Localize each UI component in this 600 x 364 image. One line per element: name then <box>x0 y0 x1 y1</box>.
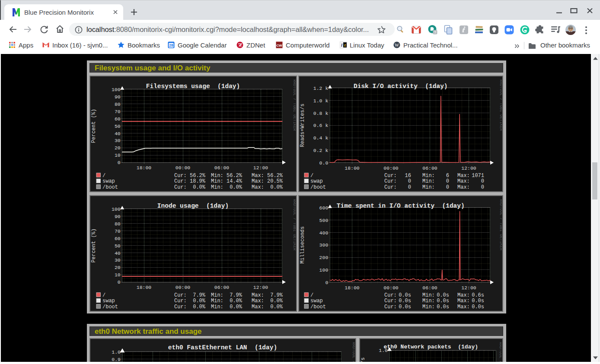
svg-text:0: 0 <box>446 184 449 190</box>
svg-text:/: / <box>310 292 313 298</box>
svg-text:56.2%: 56.2% <box>267 172 283 178</box>
svg-text:Max:: Max: <box>457 172 470 178</box>
svg-text:12:00: 12:00 <box>253 165 268 171</box>
svg-text:RRDTOOL / TOBI OETIKER: RRDTOOL / TOBI OETIKER <box>498 342 501 364</box>
svg-text:Cur:: Cur: <box>174 172 187 178</box>
svg-text:300: 300 <box>319 242 328 248</box>
svg-text:swap: swap <box>102 178 115 184</box>
svg-text:Max:: Max: <box>457 184 470 190</box>
svg-text:0: 0 <box>481 178 484 184</box>
svg-text:0.8 k: 0.8 k <box>313 110 328 116</box>
svg-text:0: 0 <box>481 184 484 190</box>
svg-text:Filesystems usage (1day): Filesystems usage (1day) <box>146 83 240 90</box>
svg-text:/boot: /boot <box>310 184 326 190</box>
svg-text:Min:: Min: <box>211 292 223 298</box>
svg-text:1.0: 1.0 <box>112 349 121 355</box>
svg-text:/: / <box>102 172 105 178</box>
svg-text:Milliseconds: Milliseconds <box>300 226 306 263</box>
svg-text:Max:: Max: <box>252 304 264 310</box>
svg-text:Min:: Min: <box>211 298 223 304</box>
svg-text:Cur:: Cur: <box>384 298 397 304</box>
svg-text:70: 70 <box>114 228 120 234</box>
svg-text:0.0: 0.0 <box>319 160 328 165</box>
svg-text:80: 80 <box>114 221 120 226</box>
svg-text:Cur:: Cur: <box>384 304 397 310</box>
svg-text:12:00: 12:00 <box>253 285 268 290</box>
svg-text:06:00: 06:00 <box>214 165 229 171</box>
svg-text:0.6 k: 0.6 k <box>313 123 328 128</box>
svg-text:Cur:: Cur: <box>384 292 397 298</box>
svg-text:/boot: /boot <box>102 184 118 190</box>
svg-text:60: 60 <box>114 116 120 121</box>
svg-text:12:00: 12:00 <box>461 285 476 290</box>
svg-text:0.2 k: 0.2 k <box>313 148 328 153</box>
svg-text:10: 10 <box>114 272 120 278</box>
svg-text:Min:: Min: <box>422 178 435 184</box>
svg-text:1.2 k: 1.2 k <box>313 85 328 91</box>
svg-text:18:00: 18:00 <box>345 285 360 290</box>
svg-text:80: 80 <box>114 101 120 107</box>
svg-text:0.0%: 0.0% <box>230 298 243 304</box>
svg-text:1071: 1071 <box>472 172 484 178</box>
svg-text:0: 0 <box>117 160 120 165</box>
svg-text:swap: swap <box>102 298 115 304</box>
svg-text:Min:: Min: <box>422 292 435 298</box>
svg-text:eth0 Network packets (1day): eth0 Network packets (1day) <box>383 344 478 350</box>
svg-text:Cur:: Cur: <box>174 184 187 190</box>
svg-text:Min:: Min: <box>422 172 435 178</box>
svg-text:14.4%: 14.4% <box>226 178 242 184</box>
svg-text:56.2%: 56.2% <box>226 172 242 178</box>
svg-text:18:00: 18:00 <box>136 285 151 290</box>
svg-text:Min:: Min: <box>422 298 435 304</box>
svg-text:Max:: Max: <box>457 304 470 310</box>
svg-text:0.0s: 0.0s <box>399 298 411 304</box>
svg-text:600: 600 <box>319 205 328 210</box>
svg-text:?: ? <box>434 30 436 35</box>
svg-text:Min:: Min: <box>422 184 435 190</box>
svg-text:Max:: Max: <box>252 184 264 190</box>
svg-text:0.0%: 0.0% <box>270 304 283 310</box>
svg-text:Max:: Max: <box>457 292 470 298</box>
svg-text:RRDTOOL / TOBI OETIKER: RRDTOOL / TOBI OETIKER <box>292 79 296 131</box>
svg-text:Time spent in I/O activity (1: Time spent in I/O activity (1day) <box>336 203 464 209</box>
svg-text:0.6s: 0.6s <box>472 292 484 298</box>
svg-text:100: 100 <box>319 267 328 273</box>
svg-text:Cur:: Cur: <box>384 184 397 190</box>
svg-text:50: 50 <box>114 243 120 248</box>
svg-text:20: 20 <box>114 265 120 270</box>
svg-text:Cur:: Cur: <box>174 178 187 184</box>
svg-text:Max:: Max: <box>457 178 470 184</box>
svg-text:100: 100 <box>111 86 120 92</box>
svg-text:30: 30 <box>114 257 120 263</box>
svg-text:0.0s: 0.0s <box>437 304 449 310</box>
svg-text:Min:: Min: <box>211 184 223 190</box>
svg-text:/: / <box>102 292 105 298</box>
svg-text:0: 0 <box>446 178 449 184</box>
svg-text:60: 60 <box>114 235 120 241</box>
svg-text:Min:: Min: <box>211 178 223 184</box>
svg-text:6: 6 <box>446 172 449 178</box>
svg-text:50: 50 <box>114 123 120 129</box>
svg-text:100: 100 <box>111 206 120 212</box>
svg-text:0.4 k: 0.4 k <box>313 135 328 141</box>
svg-text:0.0s: 0.0s <box>437 292 449 298</box>
svg-text:30: 30 <box>114 138 120 143</box>
svg-text:Min:: Min: <box>211 172 223 178</box>
svg-text:Max:: Max: <box>252 172 264 178</box>
svg-text:1.0 k: 1.0 k <box>313 98 328 103</box>
svg-text:0.0%: 0.0% <box>230 304 243 310</box>
svg-text:20.5%: 20.5% <box>267 178 283 184</box>
svg-text:70: 70 <box>114 108 120 114</box>
svg-text:Max:: Max: <box>457 298 470 304</box>
svg-text:06:00: 06:00 <box>422 165 437 171</box>
svg-text:90: 90 <box>114 213 120 219</box>
svg-text:18:00: 18:00 <box>136 165 151 171</box>
svg-text:Cur:: Cur: <box>174 304 187 310</box>
svg-text:0.0s: 0.0s <box>399 304 411 310</box>
svg-text:40: 40 <box>114 130 120 136</box>
svg-text:00:00: 00:00 <box>175 285 190 290</box>
svg-text:0.0%: 0.0% <box>193 298 206 304</box>
svg-text:400: 400 <box>319 230 328 235</box>
svg-text:0.0s: 0.0s <box>472 304 484 310</box>
svg-text:0.0%: 0.0% <box>230 184 243 190</box>
